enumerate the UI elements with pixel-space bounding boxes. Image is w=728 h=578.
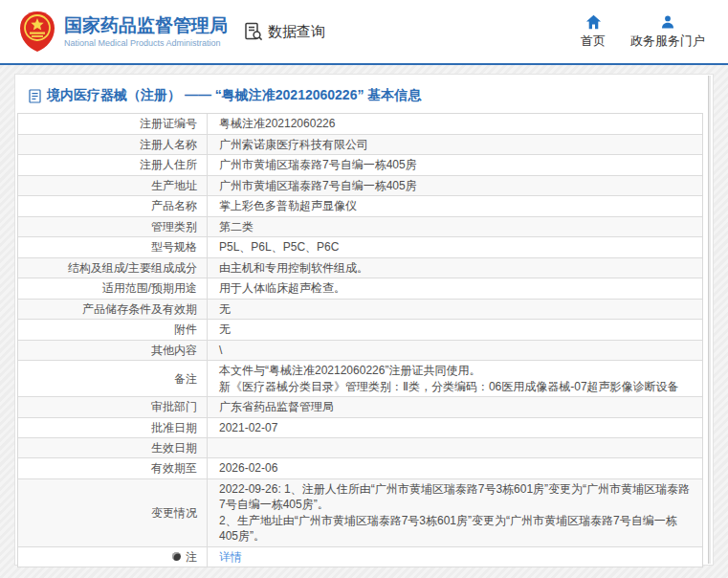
row-label: 产品储存条件及有效期	[18, 300, 207, 320]
row-value: 第二类	[207, 217, 702, 237]
table-row: 适用范围/预期用途 用于人体临床超声检查。	[18, 278, 702, 300]
nav-home-label: 首页	[581, 33, 606, 50]
table-row: 型号规格 P5L、P6L、P5C、P6C	[18, 237, 702, 258]
brand[interactable]: 国家药品监督管理局 National Medical Products Admi…	[19, 11, 228, 53]
row-value: 用于人体临床超声检查。	[207, 278, 702, 299]
bulb-icon	[172, 552, 181, 561]
row-value	[207, 438, 702, 457]
row-label: 备注	[18, 361, 207, 396]
table-row: 结构及组成/主要组成成分 由主机和专用控制软件组成。	[18, 258, 702, 279]
table-row: 注册人住所 广州市黄埔区瑞泰路7号自编一栋405房	[18, 155, 702, 176]
data-query-button[interactable]: 数据查询	[244, 22, 325, 41]
row-value: 本文件与“粤械注准20212060226”注册证共同使用。 新《医疗器械分类目录…	[207, 361, 702, 396]
table-row: 生产地址 广州市黄埔区瑞泰路7号自编一栋405房	[18, 176, 702, 197]
site-header: 国家药品监督管理局 National Medical Products Admi…	[0, 0, 728, 63]
row-label: 有效期至	[18, 458, 207, 478]
row-value: 由主机和专用控制软件组成。	[207, 258, 702, 278]
page-title: 境内医疗器械（注册） —— “粤械注准20212060226” 基本信息	[15, 79, 713, 113]
table-row: 有效期至 2026-02-06	[18, 458, 702, 479]
row-label: 注册证编号	[18, 114, 207, 134]
header-nav: 首页 政务服务门户	[581, 14, 713, 50]
table-row: 注册人名称 广州索诺康医疗科技有限公司	[18, 135, 702, 156]
table-row: 注册证编号 粤械注准20212060226	[18, 114, 702, 135]
row-label: 批准日期	[18, 418, 207, 438]
brand-text: 国家药品监督管理局 National Medical Products Admi…	[64, 15, 228, 48]
row-label: 适用范围/预期用途	[18, 278, 207, 299]
nav-gov-portal[interactable]: 政务服务门户	[630, 14, 705, 50]
content-panel: 境内医疗器械（注册） —— “粤械注准20212060226” 基本信息 注册证…	[14, 74, 714, 566]
table-row: 其他内容 \	[18, 341, 702, 362]
row-value: 2026-02-06	[207, 458, 702, 478]
user-icon	[660, 14, 675, 30]
row-value: 掌上彩色多普勒超声显像仪	[207, 196, 702, 216]
row-label: 生效日期	[18, 438, 207, 457]
row-label: 结构及组成/主要组成成分	[18, 258, 207, 278]
row-value: \	[207, 341, 702, 361]
row-label: 注	[18, 547, 207, 567]
brand-title: 国家药品监督管理局	[64, 15, 228, 36]
info-table: 注册证编号 粤械注准20212060226 注册人名称 广州索诺康医疗科技有限公…	[17, 113, 703, 567]
nav-home[interactable]: 首页	[581, 14, 606, 50]
table-row: 附件 无	[18, 320, 702, 341]
row-label: 产品名称	[18, 196, 207, 216]
page-title-text: 境内医疗器械（注册） —— “粤械注准20212060226” 基本信息	[47, 87, 421, 104]
nav-gov-portal-label: 政务服务门户	[630, 33, 705, 50]
row-value: 详情	[207, 547, 702, 567]
table-row: 产品储存条件及有效期 无	[18, 300, 702, 321]
table-row: 批准日期 2021-02-07	[18, 418, 702, 439]
row-label: 注册人名称	[18, 135, 207, 155]
row-label: 其他内容	[18, 341, 207, 361]
table-row: 生效日期	[18, 438, 702, 458]
row-value: 广州索诺康医疗科技有限公司	[207, 135, 702, 155]
national-emblem-logo	[19, 11, 55, 53]
row-label: 附件	[18, 320, 207, 340]
table-row: 产品名称 掌上彩色多普勒超声显像仪	[18, 196, 702, 217]
scrollbar[interactable]	[708, 76, 711, 564]
row-label: 注册人住所	[18, 155, 207, 175]
row-value: 广东省药品监督管理局	[207, 397, 702, 417]
row-label: 型号规格	[18, 237, 207, 257]
row-value: 2021-02-07	[207, 418, 702, 438]
data-query-label: 数据查询	[268, 23, 325, 41]
row-value: 无	[207, 320, 702, 340]
home-icon	[585, 14, 602, 30]
details-link[interactable]: 详情	[219, 549, 242, 566]
row-value: 粤械注准20212060226	[207, 114, 702, 134]
table-row: 备注 本文件与“粤械注准20212060226”注册证共同使用。 新《医疗器械分…	[18, 361, 702, 397]
row-label: 变更情况	[18, 479, 207, 546]
row-value: 广州市黄埔区瑞泰路7号自编一栋405房	[207, 155, 702, 175]
row-label: 生产地址	[18, 176, 207, 196]
row-value: 无	[207, 300, 702, 320]
data-query-icon	[244, 22, 263, 41]
row-value: 广州市黄埔区瑞泰路7号自编一栋405房	[207, 176, 702, 196]
document-icon	[29, 89, 41, 103]
row-label: 管理类别	[18, 217, 207, 237]
row-value: P5L、P6L、P5C、P6C	[207, 237, 702, 257]
row-value: 2022-09-26: 1、注册人住所由“广州市黄埔区瑞泰路7号3栋601房”变…	[207, 479, 702, 546]
table-row: 管理类别 第二类	[18, 217, 702, 238]
table-row: 变更情况 2022-09-26: 1、注册人住所由“广州市黄埔区瑞泰路7号3栋6…	[18, 479, 702, 547]
page-background: 境内医疗器械（注册） —— “粤械注准20212060226” 基本信息 注册证…	[0, 65, 728, 578]
brand-subtitle: National Medical Products Administration	[64, 38, 228, 48]
table-row: 注 详情	[18, 547, 702, 568]
row-label: 审批部门	[18, 397, 207, 417]
table-row: 审批部门 广东省药品监督管理局	[18, 397, 702, 418]
